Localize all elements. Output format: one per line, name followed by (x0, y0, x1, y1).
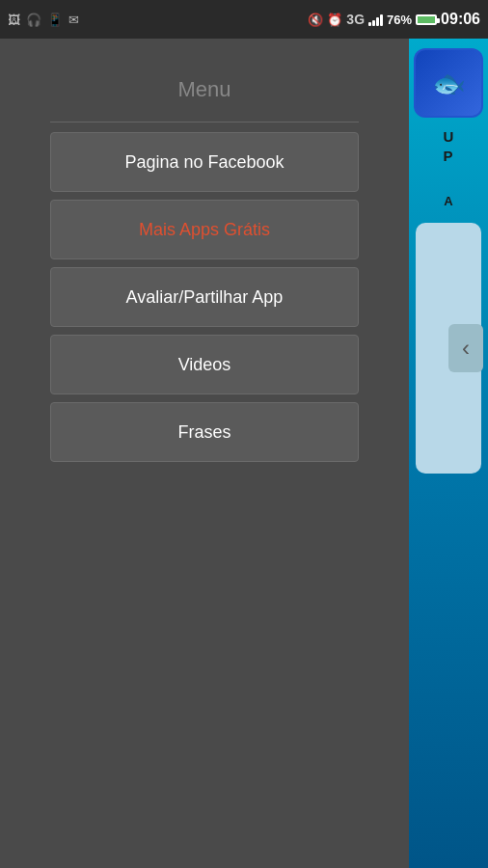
network-label: 3G (346, 12, 365, 27)
right-card: ‹ (416, 223, 481, 474)
alarm-icon: ⏰ (327, 13, 342, 27)
menu-divider (50, 122, 359, 122)
battery-percent: 76% (387, 13, 412, 27)
chevron-left-icon: ‹ (462, 335, 470, 362)
right-text-line2: P (444, 147, 454, 166)
mute-icon: 🔇 (308, 13, 323, 27)
right-panel: 🐟 U P A ‹ (409, 39, 488, 868)
right-text-line1: U (444, 127, 454, 147)
clock: 09:06 (441, 11, 480, 28)
status-bar: 🖼 🎧 📱 ✉ 🔇 ⏰ 3G 76% 09:06 (0, 0, 488, 39)
mais-apps-button[interactable]: Mais Apps Grátis (50, 200, 359, 259)
status-icons-left: 🖼 🎧 📱 ✉ (8, 13, 79, 27)
frases-button[interactable]: Frases (50, 402, 359, 462)
right-middle-text: A (444, 194, 452, 208)
right-top-text: U P (440, 127, 458, 165)
facebook-button[interactable]: Pagina no Facebook (50, 132, 359, 192)
gallery-icon: 🖼 (8, 13, 20, 27)
fish-icon: 🐟 (432, 68, 466, 99)
mail-icon: ✉ (68, 13, 79, 27)
menu-title: Menu (177, 77, 230, 102)
headset-icon: 🎧 (26, 13, 41, 27)
chevron-button[interactable]: ‹ (448, 324, 483, 372)
main-layout: Menu Pagina no Facebook Mais Apps Grátis… (0, 39, 488, 868)
battery-icon (416, 14, 437, 25)
signal-icon (368, 13, 383, 26)
avaliar-button[interactable]: Avaliar/Partilhar App (50, 267, 359, 327)
app-icon[interactable]: 🐟 (414, 48, 483, 118)
status-icons-right: 🔇 ⏰ 3G 76% 09:06 (308, 11, 480, 28)
app-icon-inner: 🐟 (416, 50, 481, 116)
phone-icon: 📱 (47, 13, 63, 27)
menu-panel: Menu Pagina no Facebook Mais Apps Grátis… (0, 39, 409, 868)
videos-button[interactable]: Videos (50, 335, 359, 394)
